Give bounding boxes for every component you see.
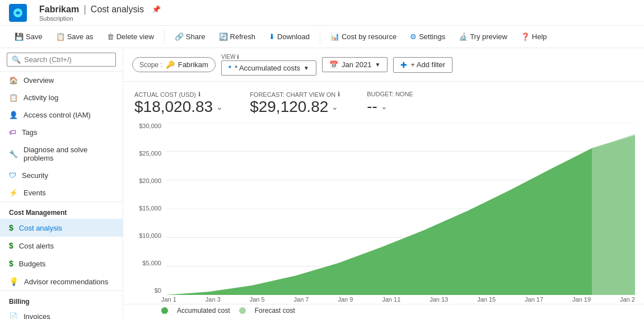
help-icon: ❓ [521,32,530,41]
forecast-cost-caret-icon[interactable]: ⌄ [332,102,338,111]
view-section: VIEW ℹ * * Accumulated costs ▼ [221,54,316,76]
x-label-jan21: Jan 2 [620,296,635,303]
download-button[interactable]: ⬇ Download [263,30,315,44]
sidebar-item-invoices[interactable]: 📄 Invoices [0,308,123,319]
date-value: Jan 2021 [342,60,372,69]
sidebar-item-cost-alerts[interactable]: $ Cost alerts [0,237,123,255]
sidebar-item-security[interactable]: 🛡 Security [0,167,123,184]
activity-log-icon: 📋 [9,93,18,102]
access-control-icon: 👤 [9,111,18,119]
view-info-icon[interactable]: ℹ [237,54,239,60]
chart-y-axis: $30,000 $25,000 $20,000 $15,000 $10,000 … [132,123,161,295]
save-as-button[interactable]: 📋 Save as [50,30,99,44]
forecast-cost-label: FORECAST: CHART VIEW ON [250,91,335,98]
accumulated-cost-area [166,135,635,295]
scope-selector[interactable]: Scope : 🔑 Fabrikam [132,57,216,72]
chart-legend: Accumulated cost Forecast cost [123,304,644,319]
cost-alerts-icon: $ [9,241,13,250]
forecast-cost-legend-label: Forecast cost [255,307,295,315]
x-label-jan5: Jan 5 [250,296,265,303]
sidebar-item-advisor[interactable]: 💡 Advisor recommendations [0,273,123,290]
header-subtitle: Subscription [39,15,161,22]
sidebar-item-cost-analysis[interactable]: $ Cost analysis [0,219,123,237]
actual-cost-label: ACTUAL COST (USD) [134,91,196,98]
help-button[interactable]: ❓ Help [515,30,553,44]
budget-value: -- [367,97,377,115]
share-button[interactable]: 🔗 Share [169,30,211,44]
y-label-30000: $30,000 [132,123,161,129]
kpi-section: ACTUAL COST (USD) ℹ $18,020.83 ⌄ FORECAS… [123,82,644,120]
scope-key-icon: 🔑 [166,60,175,69]
actual-cost-caret-icon[interactable]: ⌄ [216,102,223,111]
cost-by-resource-button[interactable]: 📊 Cost by resource [325,30,402,44]
x-label-jan15: Jan 15 [477,296,496,303]
delete-view-button[interactable]: 🗑 Delete view [101,30,160,44]
cost-by-resource-icon: 📊 [330,32,339,41]
x-label-jan11: Jan 11 [382,296,400,303]
security-icon: 🛡 [9,171,16,180]
sidebar-item-budgets[interactable]: $ Budgets [0,255,123,273]
sidebar-item-events[interactable]: ⚡ Events [0,184,123,201]
cost-analysis-icon: $ [9,223,13,232]
date-picker[interactable]: 📅 Jan 2021 ▼ [322,57,388,72]
add-filter-plus-icon: ✚ [400,60,407,69]
header-separator: | [83,3,86,15]
actual-cost-info-icon[interactable]: ℹ [198,91,200,98]
budgets-icon: $ [9,259,13,268]
view-label: VIEW [221,54,236,60]
sidebar-item-diagnose[interactable]: 🔧 Diagnose and solve problems [0,141,123,167]
sidebar-nav: 🏠 Overview 📋 Activity log 👤 Access contr… [0,72,123,319]
x-label-jan3: Jan 3 [206,296,221,303]
header-page-title: Cost analysis [91,4,144,15]
toolbar-separator-1 [164,30,165,44]
add-filter-button[interactable]: ✚ + Add filter [393,57,452,73]
chart-canvas [166,123,635,295]
tags-icon: 🏷 [9,128,16,137]
x-label-jan1: Jan 1 [161,296,176,303]
y-label-15000: $15,000 [132,205,161,212]
asterisk: * [228,64,231,72]
y-label-5000: $5,000 [132,260,161,266]
search-input[interactable] [24,55,118,64]
y-label-20000: $20,000 [132,177,161,184]
delete-icon: 🗑 [107,32,114,41]
actual-cost-value: $18,020.83 [134,98,213,116]
sidebar-item-tags[interactable]: 🏷 Tags [0,124,123,141]
header-brand: Fabrikam [39,4,79,15]
forecast-cost-info-icon[interactable]: ℹ [338,91,340,98]
toolbar-separator-2 [320,30,320,44]
sidebar-item-access-control[interactable]: 👤 Access control (IAM) [0,106,123,124]
view-value: * Accumulated costs [235,64,300,72]
scope-label: Scope : [139,61,162,69]
kpi-forecast-cost: FORECAST: CHART VIEW ON ℹ $29,120.82 ⌄ [250,91,340,116]
accumulated-cost-legend-dot [161,307,168,314]
x-label-jan13: Jan 13 [430,296,448,303]
accumulated-cost-legend-label: Accumulated cost [177,307,230,315]
content-toolbar: Scope : 🔑 Fabrikam VIEW ℹ * * Accumulate… [123,48,644,82]
save-button[interactable]: 💾 Save [9,30,48,44]
toolbar: 💾 Save 📋 Save as 🗑 Delete view 🔗 Share 🔄… [0,26,644,48]
view-dropdown[interactable]: * * Accumulated costs ▼ [221,60,316,76]
settings-icon: ⚙ [410,32,417,41]
refresh-button[interactable]: 🔄 Refresh [213,30,262,44]
try-preview-button[interactable]: 🔬 Try preview [453,30,513,44]
scope-value: Fabrikam [178,60,208,69]
budget-caret-icon[interactable]: ⌄ [381,102,388,111]
refresh-icon: 🔄 [219,32,228,41]
x-label-jan7: Jan 7 [294,296,309,303]
chart-svg [166,123,635,295]
x-label-jan9: Jan 9 [338,296,353,303]
save-icon: 💾 [15,32,24,41]
section-billing: Billing [0,290,123,308]
advisor-icon: 💡 [9,277,18,286]
y-label-10000: $10,000 [132,232,161,239]
section-cost-management: Cost Management [0,201,123,219]
sidebar-item-overview[interactable]: 🏠 Overview [0,72,123,89]
forecast-cost-area [592,134,635,295]
share-icon: 🔗 [175,32,184,41]
sidebar-item-activity-log[interactable]: 📋 Activity log [0,89,123,106]
forecast-cost-legend-dot [239,307,246,314]
settings-button[interactable]: ⚙ Settings [404,30,451,44]
pin-icon[interactable]: 📌 [152,5,161,13]
download-icon: ⬇ [269,32,275,41]
